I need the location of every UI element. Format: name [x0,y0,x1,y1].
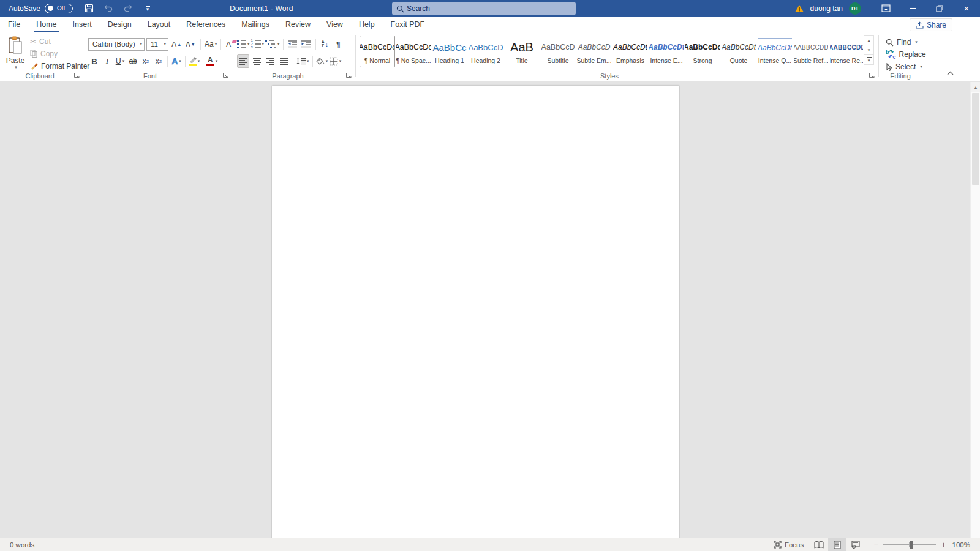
tab-design[interactable]: Design [100,17,140,32]
style-no-spacing[interactable]: AaBbCcDc ¶ No Spac... [396,36,431,67]
select-button[interactable]: Select ▾ [884,61,928,72]
paragraph-dialog-launcher[interactable] [345,72,352,79]
style-intense-emphasis[interactable]: AaBbCcDt Intense E... [649,36,684,67]
decrease-indent-button[interactable] [287,37,299,51]
zoom-percentage[interactable]: 100% [952,541,970,549]
focus-mode-button[interactable]: Focus [767,538,810,551]
tab-review[interactable]: Review [277,17,318,32]
style-strong[interactable]: AaBbCcDc Strong [685,36,720,67]
user-name[interactable]: duong tan [810,4,843,13]
styles-more-button[interactable]: ▾ [864,54,874,65]
style-intense-reference[interactable]: AABBCCDD Intense Re... [829,36,863,67]
read-mode-button[interactable] [810,538,828,551]
font-color-button[interactable]: A ▾ [206,54,218,68]
superscript-button[interactable]: x2 [153,54,165,68]
format-painter-button[interactable]: Format Painter [28,61,91,71]
cut-button[interactable]: ✂ Cut [28,36,91,47]
multilevel-list-button[interactable]: ▾ [265,37,280,51]
style-subtitle[interactable]: AaBbCcD Subtitle [540,36,576,67]
style-emphasis[interactable]: AaBbCcDt Emphasis [612,36,648,67]
align-left-button[interactable] [237,54,249,68]
find-button[interactable]: Find ▾ [884,37,928,48]
style-heading-2[interactable]: AaBbCcD Heading 2 [468,36,503,67]
web-layout-button[interactable] [846,538,865,551]
undo-button[interactable] [102,2,115,15]
document-page[interactable] [272,86,679,538]
chevron-down-icon: ▾ [216,59,218,64]
change-case-button[interactable]: Aa▾ [205,37,217,51]
autosave-toggle[interactable]: Off [45,4,73,13]
borders-button[interactable]: ▾ [330,54,342,68]
tab-view[interactable]: View [318,17,351,32]
bold-button[interactable]: B [88,54,100,68]
copy-button[interactable]: Copy [28,48,91,59]
warning-icon[interactable] [794,4,804,13]
styles-scroll-down-button[interactable]: ▾ [864,45,874,55]
zoom-slider-handle[interactable] [910,541,913,549]
font-size-select[interactable]: 11 ▾ [146,38,168,51]
tab-home[interactable]: Home [28,17,64,32]
tab-insert[interactable]: Insert [65,17,100,32]
numbering-button[interactable]: 123 ▾ [251,37,265,51]
zoom-out-button[interactable]: − [873,542,878,548]
scroll-up-arrow[interactable]: ▲ [971,82,980,92]
collapse-ribbon-button[interactable] [944,69,956,77]
line-spacing-button[interactable]: ▾ [296,54,309,68]
font-row-2: B I U▾ ab x2 x2 A▾ ▾ A ▾ [88,54,218,68]
ribbon-display-options-button[interactable] [872,0,899,17]
show-hide-formatting-button[interactable]: ¶ [333,37,345,51]
justify-button[interactable] [277,54,290,68]
save-button[interactable] [83,2,95,15]
increase-indent-button[interactable] [300,37,312,51]
style-intense-quote[interactable]: AaBbCcDt Intense Q... [757,36,793,67]
vertical-scrollbar[interactable]: ▲ [970,82,980,538]
paste-button[interactable]: Paste ▾ [5,36,26,75]
subscript-button[interactable]: x2 [140,54,152,68]
font-dialog-launcher[interactable] [222,72,229,79]
highlight-button[interactable]: ▾ [188,54,200,68]
style-subtle-emphasis[interactable]: AaBbCcD Subtle Em... [576,36,612,67]
styles-scroll-up-button[interactable]: ▴ [864,35,874,45]
clipboard-dialog-launcher[interactable] [74,72,80,79]
close-button[interactable]: × [953,0,980,17]
underline-button[interactable]: U▾ [114,54,126,68]
align-right-button[interactable] [264,54,276,68]
tab-file[interactable]: File [0,17,28,32]
font-name-select[interactable]: Calibri (Body) ▾ [88,38,145,51]
zoom-in-button[interactable]: + [941,542,946,548]
restore-button[interactable] [926,0,953,17]
word-count[interactable]: 0 words [10,541,34,549]
minimize-button[interactable] [899,0,926,17]
shrink-font-button[interactable]: A▼ [184,37,197,51]
tab-layout[interactable]: Layout [140,17,179,32]
strikethrough-button[interactable]: ab [127,54,139,68]
style-quote[interactable]: AaBbCcDt Quote [721,36,756,67]
redo-button[interactable] [122,2,134,15]
style-normal[interactable]: AaBbCcDc ¶ Normal [360,36,395,67]
avatar[interactable]: DT [849,2,861,15]
search-input[interactable]: Search [392,2,576,15]
tab-foxit-pdf[interactable]: Foxit PDF [383,17,433,32]
clear-formatting-button[interactable]: A [225,37,237,51]
bullets-button[interactable]: ▾ [237,37,250,51]
style-subtle-reference[interactable]: AABBCCDD Subtle Ref... [793,36,829,67]
grow-font-button[interactable]: A▲ [170,37,183,51]
scrollbar-thumb[interactable] [972,93,979,185]
tab-references[interactable]: References [178,17,233,32]
borders-icon [330,57,338,66]
style-title[interactable]: AaB Title [504,36,540,67]
replace-button[interactable]: b↷↶c Replace [884,49,928,60]
zoom-slider[interactable] [883,544,936,545]
text-effects-button[interactable]: A▾ [170,54,183,68]
shading-button[interactable]: ▾ [316,54,328,68]
style-heading-1[interactable]: AaBbCc Heading 1 [432,36,467,67]
tab-help[interactable]: Help [351,17,383,32]
customize-qat-button[interactable]: ▾ [141,2,154,15]
print-layout-button[interactable] [828,538,846,551]
styles-dialog-launcher[interactable] [869,72,875,79]
align-center-button[interactable] [251,54,263,68]
share-button[interactable]: Share [910,18,952,31]
italic-button[interactable]: I [101,54,113,68]
sort-button[interactable]: AZ ↓ [319,37,331,51]
tab-mailings[interactable]: Mailings [233,17,277,32]
